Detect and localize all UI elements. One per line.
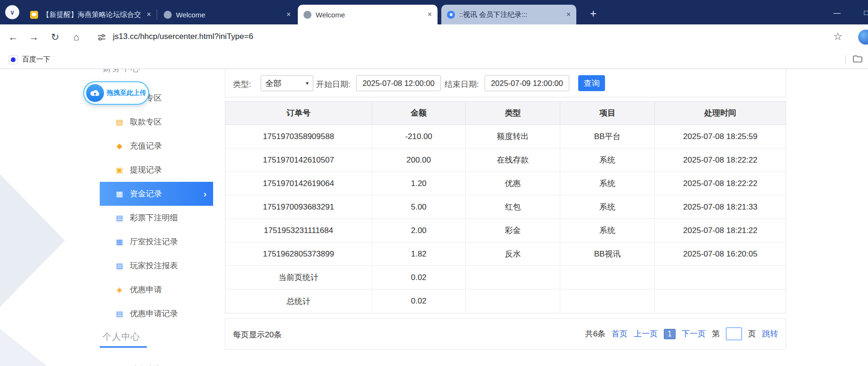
search-button[interactable]: 查询 <box>578 75 605 91</box>
chevron-down-icon: ∨ <box>10 8 15 16</box>
cell-type: 额度转出 <box>466 125 560 148</box>
bookmarks-folder-icon[interactable] <box>853 55 862 65</box>
cell-project: 系统 <box>560 148 655 172</box>
reload-button[interactable]: ↻ <box>48 30 62 44</box>
start-date-input[interactable] <box>356 75 441 91</box>
sidebar-item-label: 优惠申请记录 <box>130 308 178 319</box>
new-tab-button[interactable]: + <box>586 6 601 21</box>
bookmark-star-icon[interactable]: ☆ <box>833 31 843 43</box>
wallet-icon: ▣ <box>114 165 125 174</box>
back-button[interactable]: ← <box>6 30 20 44</box>
forward-button[interactable]: → <box>27 30 41 44</box>
cell-type: 反水 <box>466 242 560 266</box>
jump-page-input[interactable] <box>726 327 742 340</box>
tab-welcome-active[interactable]: Welcome × <box>298 5 438 24</box>
cell-order-id: 1751970358909588 <box>225 125 372 148</box>
next-page-link[interactable]: 下一页 <box>682 328 706 339</box>
sidebar-item-recharge-records[interactable]: ◆ 充值记录 <box>100 134 213 158</box>
table-row: 1751970142610507 200.00 在线存款 系统 2025-07-… <box>225 148 786 172</box>
bookmark-baidu[interactable]: 百度一下 <box>6 53 53 66</box>
filter-panel: 类型: 全部 ▾ 开始日期: 结束日期: 查询 <box>225 69 786 97</box>
type-label: 类型: <box>233 79 251 90</box>
table-row: 1751970142619064 1.20 优惠 系统 2025-07-08 1… <box>225 172 786 195</box>
profile-avatar[interactable] <box>858 30 868 45</box>
sidebar-item-announcements[interactable]: ◆ 消息公告 <box>100 358 213 366</box>
tab-betting-records[interactable]: ::视讯 会员下注纪录::: × <box>441 5 576 24</box>
sidebar-item-label: 充值记录 <box>130 140 162 151</box>
tab-strip: ∨ 【新提醒】海燕策略论坛综合交 × Welcome × Welcome × :… <box>0 0 868 24</box>
type-select[interactable]: 全部 ▾ <box>261 75 313 91</box>
total-count-text: 共6条 <box>585 328 605 339</box>
sidebar-item-promo-apply-records[interactable]: ▤ 优惠申请记录 <box>100 302 213 326</box>
tab-title: Welcome <box>176 11 283 19</box>
sidebar-item-promo-apply[interactable]: ◈ 优惠申请 <box>100 278 213 302</box>
first-page-link[interactable]: 首页 <box>612 328 628 339</box>
report-icon: ▨ <box>114 261 125 270</box>
cell-order-id: 1751962805373899 <box>225 242 372 266</box>
cell-order-id: 1751970142610507 <box>225 148 372 172</box>
address-bar[interactable]: js13.cc/hhcp/usercenter.html?iniType=6 <box>113 32 253 41</box>
home-button[interactable]: ⌂ <box>69 30 83 44</box>
tab-forum[interactable]: 【新提醒】海燕策略论坛综合交 × <box>24 5 157 24</box>
sidebar-section-finance: 财务中心 <box>103 69 140 75</box>
drag-upload-overlay[interactable]: 拖拽至此上传 <box>83 81 149 105</box>
upload-overlay-label: 拖拽至此上传 <box>107 89 146 97</box>
cell-time: 2025-07-08 18:25:59 <box>655 125 786 148</box>
sidebar-item-lottery-bet-detail[interactable]: ▤ 彩票下注明细 <box>100 206 213 230</box>
cell-label: 总统计 <box>225 289 372 313</box>
cell-amount: 5.00 <box>372 195 466 219</box>
page-content: 财务中心 ▤ 存款专区 ▤ 取款专区 ◆ 充值记录 ▣ 提现记录 ▦ 资金记录 … <box>0 69 868 366</box>
cell-amount: -210.00 <box>372 125 466 148</box>
sidebar-item-withdrawal-records[interactable]: ▣ 提现记录 <box>100 158 213 182</box>
sidebar-item-hall-bet-records[interactable]: ▦ 厅室投注记录 <box>100 230 213 254</box>
cell-empty <box>466 266 560 289</box>
cell-type: 红包 <box>466 195 560 219</box>
cell-amount: 1.20 <box>372 172 466 195</box>
cell-amount: 0.02 <box>372 266 466 289</box>
cell-order-id: 1751953231111684 <box>225 219 372 242</box>
cell-type: 在线存款 <box>466 148 560 172</box>
cell-time: 2025-07-08 18:21:33 <box>655 195 786 219</box>
cell-type: 优惠 <box>466 172 560 195</box>
tab-search-button[interactable]: ∨ <box>5 5 19 19</box>
sidebar-item-withdraw-zone[interactable]: ▤ 取款专区 <box>100 110 213 134</box>
cell-empty <box>466 289 560 313</box>
chevron-down-icon: ▾ <box>306 80 309 86</box>
cell-project: BB视讯 <box>560 242 655 266</box>
column-header-order-id: 订单号 <box>225 101 372 125</box>
close-icon[interactable]: × <box>287 10 291 19</box>
minimize-button[interactable]: — <box>822 0 852 24</box>
tab-title: 【新提醒】海燕策略论坛综合交 <box>42 10 143 19</box>
prev-page-link[interactable]: 上一页 <box>634 328 658 339</box>
sidebar-item-player-bet-report[interactable]: ▨ 玩家投注报表 <box>100 254 213 278</box>
sidebar-item-label: 彩票下注明细 <box>130 212 178 223</box>
close-icon[interactable]: × <box>428 10 432 19</box>
end-date-input[interactable] <box>485 75 569 91</box>
cell-project: 系统 <box>560 172 655 195</box>
table-row-grand-total: 总统计 0.02 <box>225 289 786 313</box>
sidebar-item-label: 资金记录 <box>130 188 162 199</box>
close-icon[interactable]: × <box>566 10 571 19</box>
bookmarks-bar: 百度一下 <box>0 50 868 69</box>
decor-triangle <box>0 329 56 366</box>
funds-table: 订单号 金额 类型 项目 处理时间 1751970358909588 -210.… <box>225 101 786 313</box>
sidebar-menu: ▤ 存款专区 ▤ 取款专区 ◆ 充值记录 ▣ 提现记录 ▦ 资金记录 › ▤ <box>100 86 213 326</box>
close-icon[interactable]: × <box>147 10 151 19</box>
cell-empty <box>655 289 786 313</box>
sidebar-item-funds-records[interactable]: ▦ 资金记录 › <box>100 182 213 206</box>
maximize-button[interactable]: □ <box>852 0 868 24</box>
tab-welcome-1[interactable]: Welcome × <box>158 5 296 24</box>
table-header-row: 订单号 金额 类型 项目 处理时间 <box>225 101 786 125</box>
favicon-icon <box>30 11 38 19</box>
cell-time: 2025-07-08 18:22:22 <box>655 172 786 195</box>
column-header-project: 项目 <box>560 101 655 125</box>
site-info-icon[interactable] <box>97 33 106 44</box>
cell-amount: 200.00 <box>372 148 466 172</box>
cell-time: 2025-07-08 16:20:05 <box>655 242 786 266</box>
cell-time: 2025-07-08 18:21:22 <box>655 219 786 242</box>
current-page-badge[interactable]: 1 <box>664 329 676 339</box>
sidebar-item-label: 提现记录 <box>130 164 162 175</box>
jump-button[interactable]: 跳转 <box>762 328 778 339</box>
sidebar-item-label: 消息公告 <box>130 364 162 366</box>
favicon-icon <box>164 11 172 19</box>
